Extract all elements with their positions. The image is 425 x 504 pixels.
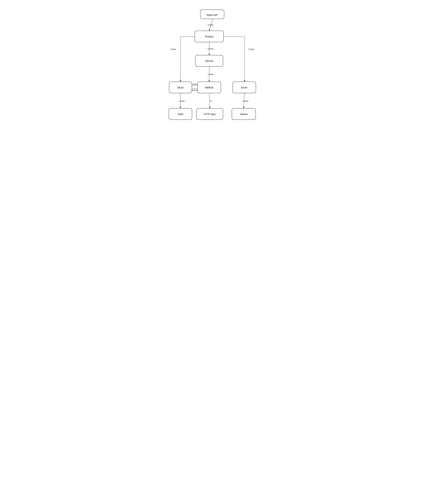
label-product-to-enum: 1:many [248, 48, 254, 50]
label-struct-to-field: 1:many [179, 100, 185, 102]
label-service: Service [205, 60, 213, 62]
label-stytch-to-product: 1:many [208, 24, 213, 26]
diagram-container: 1:many 1:many 1:many 1:many 1:many ←requ… [163, 4, 262, 126]
label-service-to-method: 1:many [208, 74, 213, 75]
label-product-to-struct: 1:many [170, 48, 176, 50]
svg-line-8 [209, 93, 210, 108]
label-stytch-api: Stytch API [206, 14, 218, 16]
label-struct: Struct [177, 86, 184, 89]
label-product: Product [205, 35, 213, 38]
label-variant: Variant [240, 113, 247, 116]
label-http-spec: HTTP spec [204, 113, 216, 116]
label-method-to-http: 1:1 [210, 100, 212, 102]
diagram-svg: 1:many 1:many 1:many 1:many 1:many ←requ… [163, 4, 262, 126]
label-product-to-service: 1:many [208, 48, 213, 50]
label-enum-to-variant: 1:many [243, 100, 248, 102]
label-field: Field [178, 113, 183, 116]
label-method: Method [205, 86, 213, 89]
label-enum: Enum [241, 86, 247, 89]
